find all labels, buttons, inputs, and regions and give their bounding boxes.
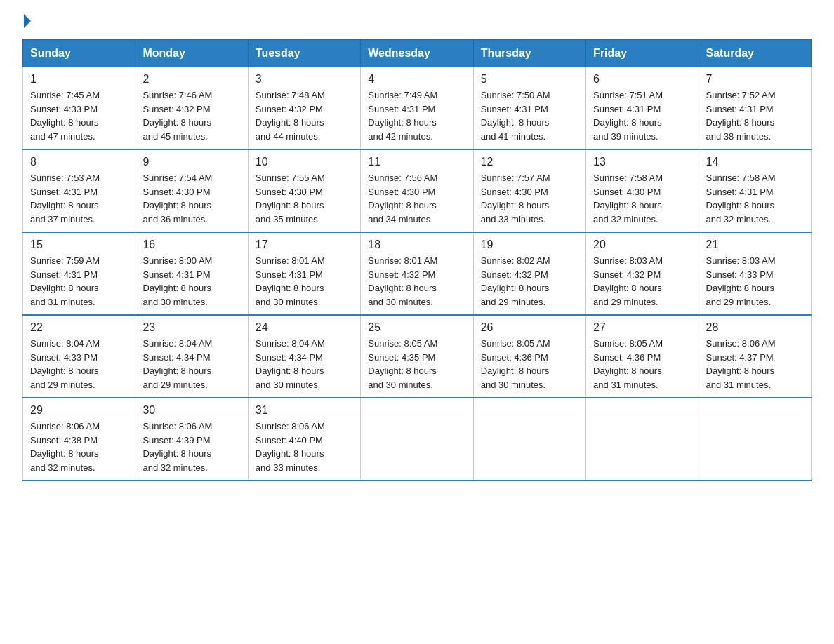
calendar-cell (586, 398, 699, 481)
day-info: Sunrise: 8:06 AM Sunset: 4:39 PM Dayligh… (143, 420, 240, 474)
calendar-cell: 20 Sunrise: 8:03 AM Sunset: 4:32 PM Dayl… (586, 232, 699, 315)
day-info: Sunrise: 7:58 AM Sunset: 4:31 PM Dayligh… (706, 171, 804, 226)
calendar-table: SundayMondayTuesdayWednesdayThursdayFrid… (22, 39, 812, 481)
day-info: Sunrise: 7:50 AM Sunset: 4:31 PM Dayligh… (481, 88, 578, 143)
day-number: 23 (143, 321, 240, 334)
calendar-cell: 15 Sunrise: 7:59 AM Sunset: 4:31 PM Dayl… (23, 232, 135, 315)
calendar-cell: 4 Sunrise: 7:49 AM Sunset: 4:31 PM Dayli… (361, 67, 473, 150)
day-number: 7 (706, 73, 804, 86)
header-sunday: Sunday (23, 40, 135, 67)
day-number: 11 (368, 156, 465, 168)
day-info: Sunrise: 7:58 AM Sunset: 4:30 PM Dayligh… (593, 171, 691, 226)
calendar-cell (699, 398, 811, 481)
day-number: 22 (30, 321, 128, 334)
calendar-week-row: 1 Sunrise: 7:45 AM Sunset: 4:33 PM Dayli… (23, 67, 812, 150)
day-number: 18 (368, 239, 465, 251)
day-number: 2 (143, 73, 240, 86)
day-number: 25 (368, 321, 465, 334)
calendar-cell: 25 Sunrise: 8:05 AM Sunset: 4:35 PM Dayl… (361, 315, 473, 398)
day-number: 30 (143, 404, 240, 417)
day-info: Sunrise: 7:51 AM Sunset: 4:31 PM Dayligh… (593, 88, 691, 143)
calendar-cell (473, 398, 585, 481)
day-info: Sunrise: 7:53 AM Sunset: 4:31 PM Dayligh… (30, 171, 128, 226)
calendar-cell: 21 Sunrise: 8:03 AM Sunset: 4:33 PM Dayl… (699, 232, 811, 315)
day-info: Sunrise: 7:54 AM Sunset: 4:30 PM Dayligh… (143, 171, 240, 226)
day-number: 6 (593, 73, 691, 86)
calendar-cell: 19 Sunrise: 8:02 AM Sunset: 4:32 PM Dayl… (473, 232, 585, 315)
day-info: Sunrise: 8:01 AM Sunset: 4:31 PM Dayligh… (256, 254, 353, 309)
day-info: Sunrise: 8:05 AM Sunset: 4:35 PM Dayligh… (368, 337, 465, 391)
day-number: 16 (143, 239, 240, 251)
calendar-cell: 10 Sunrise: 7:55 AM Sunset: 4:30 PM Dayl… (248, 149, 360, 232)
calendar-cell: 8 Sunrise: 7:53 AM Sunset: 4:31 PM Dayli… (23, 149, 135, 232)
day-number: 1 (30, 73, 128, 86)
day-info: Sunrise: 8:05 AM Sunset: 4:36 PM Dayligh… (481, 337, 578, 391)
day-info: Sunrise: 7:56 AM Sunset: 4:30 PM Dayligh… (368, 171, 465, 226)
header-tuesday: Tuesday (248, 40, 360, 67)
day-info: Sunrise: 8:04 AM Sunset: 4:33 PM Dayligh… (30, 337, 128, 391)
day-info: Sunrise: 8:04 AM Sunset: 4:34 PM Dayligh… (143, 337, 240, 391)
day-number: 5 (481, 73, 578, 86)
calendar-cell: 13 Sunrise: 7:58 AM Sunset: 4:30 PM Dayl… (586, 149, 699, 232)
day-number: 15 (30, 239, 128, 251)
day-info: Sunrise: 7:48 AM Sunset: 4:32 PM Dayligh… (256, 88, 353, 143)
calendar-cell (361, 398, 473, 481)
logo-arrow-icon (24, 14, 31, 28)
calendar-cell: 26 Sunrise: 8:05 AM Sunset: 4:36 PM Dayl… (473, 315, 585, 398)
calendar-cell: 9 Sunrise: 7:54 AM Sunset: 4:30 PM Dayli… (135, 149, 248, 232)
day-number: 14 (706, 156, 804, 168)
day-number: 17 (256, 239, 353, 251)
calendar-cell: 23 Sunrise: 8:04 AM Sunset: 4:34 PM Dayl… (135, 315, 248, 398)
calendar-week-row: 15 Sunrise: 7:59 AM Sunset: 4:31 PM Dayl… (23, 232, 812, 315)
calendar-cell: 3 Sunrise: 7:48 AM Sunset: 4:32 PM Dayli… (248, 67, 360, 150)
calendar-week-row: 22 Sunrise: 8:04 AM Sunset: 4:33 PM Dayl… (23, 315, 812, 398)
calendar-header-row: SundayMondayTuesdayWednesdayThursdayFrid… (23, 40, 812, 67)
header-monday: Monday (135, 40, 248, 67)
day-info: Sunrise: 8:04 AM Sunset: 4:34 PM Dayligh… (256, 337, 353, 391)
day-number: 20 (593, 239, 691, 251)
calendar-cell: 14 Sunrise: 7:58 AM Sunset: 4:31 PM Dayl… (699, 149, 811, 232)
day-info: Sunrise: 8:05 AM Sunset: 4:36 PM Dayligh… (593, 337, 691, 391)
day-number: 31 (256, 404, 353, 417)
day-info: Sunrise: 8:03 AM Sunset: 4:32 PM Dayligh… (593, 254, 691, 309)
calendar-cell: 2 Sunrise: 7:46 AM Sunset: 4:32 PM Dayli… (135, 67, 248, 150)
day-info: Sunrise: 7:49 AM Sunset: 4:31 PM Dayligh… (368, 88, 465, 143)
day-info: Sunrise: 7:46 AM Sunset: 4:32 PM Dayligh… (143, 88, 240, 143)
day-info: Sunrise: 8:06 AM Sunset: 4:38 PM Dayligh… (30, 420, 128, 474)
day-number: 8 (30, 156, 128, 168)
calendar-week-row: 29 Sunrise: 8:06 AM Sunset: 4:38 PM Dayl… (23, 398, 812, 481)
calendar-cell: 16 Sunrise: 8:00 AM Sunset: 4:31 PM Dayl… (135, 232, 248, 315)
calendar-cell: 31 Sunrise: 8:06 AM Sunset: 4:40 PM Dayl… (248, 398, 360, 481)
day-number: 26 (481, 321, 578, 334)
calendar-cell: 17 Sunrise: 8:01 AM Sunset: 4:31 PM Dayl… (248, 232, 360, 315)
day-info: Sunrise: 7:45 AM Sunset: 4:33 PM Dayligh… (30, 88, 128, 143)
day-number: 21 (706, 239, 804, 251)
day-info: Sunrise: 7:57 AM Sunset: 4:30 PM Dayligh… (481, 171, 578, 226)
day-info: Sunrise: 7:55 AM Sunset: 4:30 PM Dayligh… (256, 171, 353, 226)
calendar-cell: 27 Sunrise: 8:05 AM Sunset: 4:36 PM Dayl… (586, 315, 699, 398)
calendar-cell: 30 Sunrise: 8:06 AM Sunset: 4:39 PM Dayl… (135, 398, 248, 481)
calendar-cell: 11 Sunrise: 7:56 AM Sunset: 4:30 PM Dayl… (361, 149, 473, 232)
day-number: 29 (30, 404, 128, 417)
calendar-cell: 7 Sunrise: 7:52 AM Sunset: 4:31 PM Dayli… (699, 67, 811, 150)
day-info: Sunrise: 8:01 AM Sunset: 4:32 PM Dayligh… (368, 254, 465, 309)
day-number: 24 (256, 321, 353, 334)
day-info: Sunrise: 7:52 AM Sunset: 4:31 PM Dayligh… (706, 88, 804, 143)
calendar-cell: 24 Sunrise: 8:04 AM Sunset: 4:34 PM Dayl… (248, 315, 360, 398)
day-number: 10 (256, 156, 353, 168)
day-info: Sunrise: 7:59 AM Sunset: 4:31 PM Dayligh… (30, 254, 128, 309)
header-wednesday: Wednesday (361, 40, 473, 67)
header-saturday: Saturday (699, 40, 811, 67)
calendar-cell: 5 Sunrise: 7:50 AM Sunset: 4:31 PM Dayli… (473, 67, 585, 150)
calendar-cell: 22 Sunrise: 8:04 AM Sunset: 4:33 PM Dayl… (23, 315, 135, 398)
header-friday: Friday (586, 40, 699, 67)
calendar-week-row: 8 Sunrise: 7:53 AM Sunset: 4:31 PM Dayli… (23, 149, 812, 232)
calendar-cell: 1 Sunrise: 7:45 AM Sunset: 4:33 PM Dayli… (23, 67, 135, 150)
calendar-cell: 6 Sunrise: 7:51 AM Sunset: 4:31 PM Dayli… (586, 67, 699, 150)
day-number: 12 (481, 156, 578, 168)
day-number: 4 (368, 73, 465, 86)
day-number: 9 (143, 156, 240, 168)
header-thursday: Thursday (473, 40, 585, 67)
calendar-cell: 28 Sunrise: 8:06 AM Sunset: 4:37 PM Dayl… (699, 315, 811, 398)
calendar-cell: 12 Sunrise: 7:57 AM Sunset: 4:30 PM Dayl… (473, 149, 585, 232)
